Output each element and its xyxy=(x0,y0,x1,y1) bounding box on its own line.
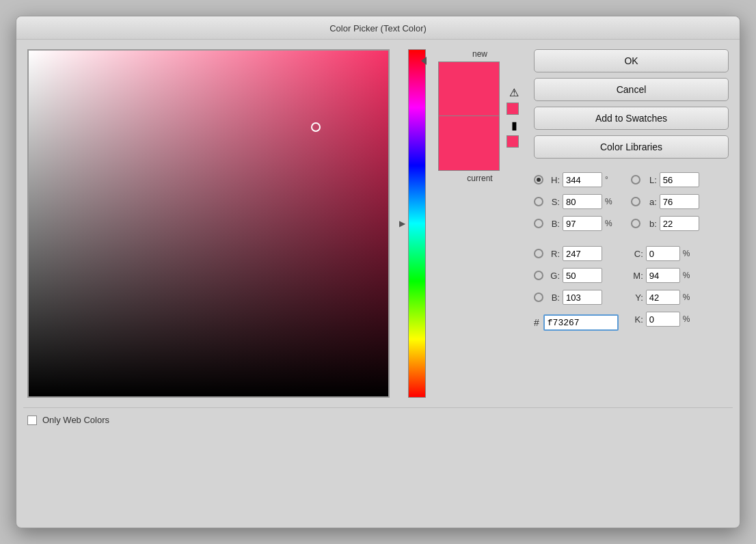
saturation-input[interactable] xyxy=(563,194,602,209)
lab-l-radio[interactable] xyxy=(631,175,640,185)
gamut-cube-icon[interactable]: ▮ xyxy=(507,118,522,133)
color-cursor xyxy=(311,122,321,132)
spectrum-wrap: ▶ xyxy=(399,49,426,398)
spectrum-slider[interactable] xyxy=(408,49,426,398)
cmyk-k-input[interactable] xyxy=(646,312,680,327)
ok-button[interactable]: OK xyxy=(534,49,729,72)
only-web-colors-label: Only Web Colors xyxy=(42,415,109,425)
current-label: current xyxy=(467,174,492,183)
right-panel: OK Cancel Add to Swatches Color Librarie… xyxy=(534,49,729,398)
lab-l-input[interactable] xyxy=(660,172,699,187)
red-input[interactable] xyxy=(563,246,602,261)
lab-a-input[interactable] xyxy=(660,194,699,209)
new-label: new xyxy=(472,49,487,59)
brightness-radio[interactable] xyxy=(534,219,543,228)
saturation-label: S: xyxy=(546,197,560,207)
hex-hash: # xyxy=(534,317,539,328)
cmyk-c-input[interactable] xyxy=(646,246,680,261)
warning-triangle-icon[interactable]: ⚠ xyxy=(507,85,522,100)
saturation-radio[interactable] xyxy=(534,197,543,206)
cmyk-y-label: Y: xyxy=(631,293,643,303)
color-field[interactable] xyxy=(27,49,390,398)
cmyk-k-unit: % xyxy=(683,314,692,324)
lab-b-label: b: xyxy=(643,219,657,229)
preview-row: ⚠ ▮ xyxy=(438,62,522,171)
add-to-swatches-button[interactable]: Add to Swatches xyxy=(534,107,729,130)
hex-input[interactable] xyxy=(543,314,619,331)
hue-unit: ° xyxy=(605,175,615,185)
lab-cmyk-col: L: a: b: xyxy=(631,171,699,331)
gamut-color-swatch[interactable] xyxy=(507,135,519,148)
hue-label: H: xyxy=(546,175,560,185)
saturation-unit: % xyxy=(605,197,615,206)
blue-row: B: xyxy=(534,288,619,306)
dialog-title: Color Picker (Text Color) xyxy=(16,16,740,40)
color-field-wrap xyxy=(27,49,390,398)
hue-row: H: ° xyxy=(534,171,619,189)
brightness-input[interactable] xyxy=(563,216,602,231)
lab-a-radio[interactable] xyxy=(631,197,640,206)
lab-a-row: a: xyxy=(631,193,699,210)
cmyk-y-input[interactable] xyxy=(646,290,680,305)
hex-row: # xyxy=(534,314,619,331)
green-input[interactable] xyxy=(563,268,602,283)
cmyk-c-unit: % xyxy=(683,249,692,258)
color-preview-new[interactable] xyxy=(438,62,500,116)
cancel-button[interactable]: Cancel xyxy=(534,78,729,101)
lab-b-row: b: xyxy=(631,215,699,232)
brightness-row: B: % xyxy=(534,215,619,232)
lab-l-label: L: xyxy=(643,175,657,185)
lab-b-input[interactable] xyxy=(660,216,699,231)
brightness-label: B: xyxy=(546,219,560,229)
cmyk-k-row: K: % xyxy=(631,310,699,328)
color-libraries-button[interactable]: Color Libraries xyxy=(534,135,729,159)
green-radio[interactable] xyxy=(534,271,543,280)
red-radio[interactable] xyxy=(534,249,543,258)
cmyk-m-input[interactable] xyxy=(646,268,680,283)
bottom-bar: Only Web Colors xyxy=(16,408,740,432)
hue-input[interactable] xyxy=(563,172,602,187)
fields-section: H: ° S: % B: xyxy=(534,164,729,331)
blue-radio[interactable] xyxy=(534,293,543,302)
cmyk-c-row: C: % xyxy=(631,245,699,262)
warning-icons: ⚠ ▮ xyxy=(507,85,522,148)
cmyk-m-label: M: xyxy=(631,271,643,281)
spectrum-indicator xyxy=(421,57,427,65)
cmyk-c-label: C: xyxy=(631,249,643,259)
blue-label: B: xyxy=(546,293,560,303)
only-web-colors-checkbox[interactable] xyxy=(27,416,37,425)
red-row: R: xyxy=(534,245,619,262)
cmyk-y-unit: % xyxy=(683,293,692,302)
cmyk-m-unit: % xyxy=(683,271,692,280)
red-label: R: xyxy=(546,249,560,259)
lab-b-radio[interactable] xyxy=(631,219,640,228)
cmyk-y-row: Y: % xyxy=(631,288,699,306)
web-color-swatch[interactable] xyxy=(507,103,519,115)
lab-a-label: a: xyxy=(643,197,657,207)
brightness-unit: % xyxy=(605,219,615,228)
green-row: G: xyxy=(534,267,619,284)
cmyk-k-label: K: xyxy=(631,314,643,325)
cmyk-m-row: M: % xyxy=(631,267,699,284)
color-preview-current[interactable] xyxy=(438,116,500,171)
hue-radio[interactable] xyxy=(534,175,543,185)
hsb-rgb-col: H: ° S: % B: xyxy=(534,171,619,331)
spectrum-left-arrow[interactable]: ▶ xyxy=(399,219,405,228)
saturation-row: S: % xyxy=(534,193,619,210)
lab-l-row: L: xyxy=(631,171,699,189)
green-label: G: xyxy=(546,271,560,281)
color-picker-dialog: Color Picker (Text Color) ▶ new xyxy=(16,16,740,528)
blue-input[interactable] xyxy=(563,290,602,305)
